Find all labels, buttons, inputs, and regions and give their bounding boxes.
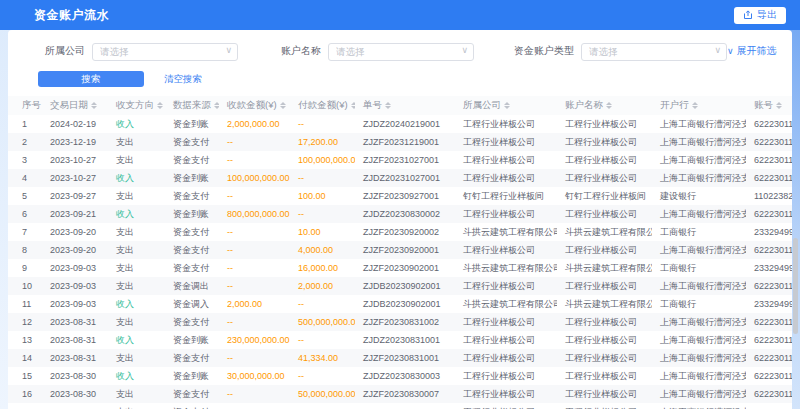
cell-no: 7 — [8, 223, 42, 241]
expand-filter-link[interactable]: ∨ 展开筛选 — [727, 44, 777, 58]
export-button[interactable]: 导出 — [734, 7, 786, 24]
clear-search-button[interactable]: 清空搜索 — [154, 71, 212, 87]
cell-bank: 工商银行 — [652, 259, 746, 277]
cell-receive: 800,000,000.00 — [219, 205, 290, 223]
sort-caret-icon[interactable] — [214, 102, 219, 110]
cell-date: 2023-09-21 — [42, 205, 108, 223]
col-header-label: 收支方向 — [116, 99, 154, 112]
cell-order: ZJZF20230831001 — [355, 349, 455, 367]
cell-account_no: 233294994 — [746, 295, 792, 313]
col-header-receive[interactable]: 收款金额(¥) — [219, 96, 290, 115]
account-name-select-input[interactable] — [328, 43, 474, 61]
cell-company: 斗拱云建筑工程有限公司 — [455, 259, 557, 277]
cell-company: 工程行业样板公司 — [455, 241, 557, 259]
cell-account: 工程行业样板公司 — [557, 205, 652, 223]
cell-direction: 收入 — [108, 367, 165, 385]
table-row: 152023-08-30收入资金到账30,000,000.00--ZJDZ202… — [8, 367, 792, 385]
cell-date: 2023-09-03 — [42, 295, 108, 313]
cell-account_no: 622230111 — [746, 349, 792, 367]
cell-account: 工程行业样板公司 — [557, 349, 652, 367]
cell-bank: 上海工商银行漕河泾支行 — [652, 385, 746, 403]
cell-no: 12 — [8, 313, 42, 331]
cell-order: ZJZF20230831002 — [355, 313, 455, 331]
search-button[interactable]: 搜索 — [38, 71, 144, 87]
vertical-scrollbar[interactable] — [793, 238, 798, 334]
cell-no: 1 — [8, 115, 42, 133]
cell-account: 工程行业样板公司 — [557, 133, 652, 151]
flow-table: 序号交易日期收支方向数据来源收款金额(¥)付款金额(¥)单号所属公司账户名称开户… — [8, 96, 792, 409]
col-header-account_no[interactable]: 账号 — [746, 96, 792, 115]
col-header-source[interactable]: 数据来源 — [165, 96, 219, 115]
cell-account: 工程行业样板公司 — [557, 241, 652, 259]
col-header-label: 开户行 — [660, 99, 689, 112]
cell-receive: -- — [219, 187, 290, 205]
cell-bank: 上海工商银行漕河泾支行 — [652, 349, 746, 367]
cell-no: 6 — [8, 205, 42, 223]
col-header-account[interactable]: 账户名称 — [557, 96, 652, 115]
sort-caret-icon[interactable] — [280, 102, 286, 110]
sort-caret-icon[interactable] — [91, 102, 97, 110]
sort-caret-icon[interactable] — [692, 102, 698, 110]
cell-company: 工程行业样板公司 — [455, 367, 557, 385]
company-select[interactable]: ∨ — [92, 41, 238, 61]
cell-company: 工程行业样板公司 — [455, 403, 557, 409]
account-name-select[interactable]: ∨ — [328, 41, 474, 61]
cell-direction: 支出 — [108, 313, 165, 331]
cell-account_no: 233294994 — [746, 259, 792, 277]
cell-account: 工程行业样板公司 — [557, 385, 652, 403]
company-select-input[interactable] — [92, 43, 238, 61]
cell-account: 工程行业样板公司 — [557, 151, 652, 169]
col-header-label: 数据来源 — [173, 99, 211, 112]
account-type-select[interactable]: ∨ — [581, 41, 727, 61]
cell-direction: 收入 — [108, 205, 165, 223]
cell-pay: -- — [290, 331, 355, 349]
cell-order: ZJDZ20231027001 — [355, 169, 455, 187]
cell-bank: 上海工商银行漕河泾支行 — [652, 205, 746, 223]
cell-source: 资金到账 — [165, 169, 219, 187]
cell-account: 斗拱云建筑工程有限公司 — [557, 223, 652, 241]
col-header-company[interactable]: 所属公司 — [455, 96, 557, 115]
sort-caret-icon[interactable] — [606, 102, 612, 110]
cell-direction: 收入 — [108, 331, 165, 349]
cell-direction: 支出 — [108, 223, 165, 241]
col-header-label: 序号 — [22, 99, 41, 112]
col-header-pay[interactable]: 付款金额(¥) — [290, 96, 355, 115]
cell-date: 2023-09-27 — [42, 187, 108, 205]
cell-account_no: 622230111 — [746, 403, 792, 409]
sort-caret-icon[interactable] — [776, 102, 782, 110]
col-header-direction[interactable]: 收支方向 — [108, 96, 165, 115]
cell-pay: 2,000.00 — [290, 277, 355, 295]
cell-direction: 收入 — [108, 115, 165, 133]
cell-no: 2 — [8, 133, 42, 151]
cell-pay: 17,200.00 — [290, 133, 355, 151]
cell-direction: 支出 — [108, 277, 165, 295]
cell-no: 10 — [8, 277, 42, 295]
cell-source: 资金支付 — [165, 151, 219, 169]
cell-account_no: 622230111 — [746, 385, 792, 403]
col-header-order[interactable]: 单号 — [355, 96, 455, 115]
cell-company: 工程行业样板公司 — [455, 349, 557, 367]
table-row: 122023-08-31支出资金支付--500,000,000.00ZJZF20… — [8, 313, 792, 331]
cell-account: 工程行业样板公司 — [557, 403, 652, 409]
account-type-select-input[interactable] — [581, 43, 727, 61]
cell-account_no: 622230111 — [746, 133, 792, 151]
export-button-label: 导出 — [757, 8, 777, 22]
cell-direction: 支出 — [108, 133, 165, 151]
cell-company: 斗拱云建筑工程有限公司 — [455, 223, 557, 241]
cell-account: 工程行业样板公司 — [557, 277, 652, 295]
sort-caret-icon[interactable] — [157, 102, 163, 110]
cell-order: ZJDZ20240219001 — [355, 115, 455, 133]
table-row: 42023-10-27收入资金到账100,000,000.00--ZJDZ202… — [8, 169, 792, 187]
cell-direction: 支出 — [108, 259, 165, 277]
flow-table-wrapper: 序号交易日期收支方向数据来源收款金额(¥)付款金额(¥)单号所属公司账户名称开户… — [8, 96, 792, 409]
sort-caret-icon[interactable] — [504, 102, 510, 110]
cell-date: 2023-09-03 — [42, 277, 108, 295]
cell-account_no: 622230111 — [746, 313, 792, 331]
sort-caret-icon[interactable] — [385, 102, 391, 110]
cell-bank: 上海工商银行漕河泾支行 — [652, 403, 746, 409]
cell-date: 2023-08-30 — [42, 403, 108, 409]
col-header-date[interactable]: 交易日期 — [42, 96, 108, 115]
sort-caret-icon[interactable] — [351, 102, 355, 110]
col-header-bank[interactable]: 开户行 — [652, 96, 746, 115]
cell-order: ZJZF20231027001 — [355, 151, 455, 169]
